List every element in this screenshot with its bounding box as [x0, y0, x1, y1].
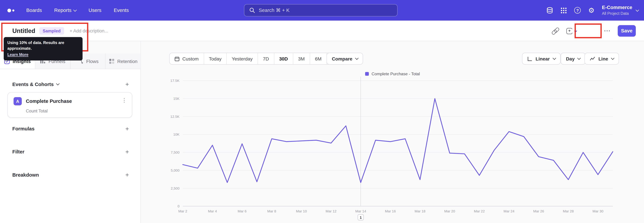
events-cohorts-label: Events & Cohorts	[12, 81, 54, 87]
svg-text:17.5K: 17.5K	[170, 79, 180, 82]
svg-text:Mar 26: Mar 26	[533, 209, 544, 213]
report-header-actions: + ⋯ Save	[552, 21, 636, 41]
svg-text:Mar 28: Mar 28	[563, 209, 574, 213]
sampling-tooltip-message: Using 10% of data. Results are approxima…	[8, 40, 64, 51]
settings-gear-icon[interactable]: ⚙	[588, 7, 594, 14]
nav-boards[interactable]: Boards	[26, 8, 42, 13]
nav-reports-label: Reports	[54, 8, 72, 13]
svg-text:0: 0	[178, 204, 180, 208]
report-title[interactable]: Untitled	[12, 27, 35, 34]
sampled-badge[interactable]: Sampled	[40, 27, 64, 34]
logo-dot	[8, 9, 11, 12]
formulas-label: Formulas	[12, 126, 34, 131]
project-name: All Project Data	[602, 11, 632, 16]
svg-text:15K: 15K	[173, 97, 180, 100]
sampling-toggle-knob	[572, 27, 579, 35]
svg-text:Mar 22: Mar 22	[474, 209, 485, 213]
tab-retention-label: Retention	[117, 59, 138, 64]
nav-events[interactable]: Events	[114, 8, 129, 13]
svg-text:Mar 14: Mar 14	[355, 209, 366, 213]
insights-line-chart[interactable]: 02,5005,0007,50010K12.5K15K17.5KMar 2Mar…	[141, 41, 644, 223]
svg-text:Mar 10: Mar 10	[296, 209, 307, 213]
chart-panel: Custom Today Yesterday 7D 30D 3M 6M 12M …	[141, 41, 644, 223]
learn-more-link[interactable]: Learn More	[8, 52, 28, 57]
nav-reports[interactable]: Reports	[54, 8, 76, 13]
search-placeholder: Search ⌘ + K	[259, 8, 290, 13]
lightning-bolt-icon	[574, 29, 577, 33]
project-switcher[interactable]: E-Commerce All Project Data	[602, 5, 638, 16]
data-management-icon[interactable]	[546, 7, 554, 14]
svg-text:7,500: 7,500	[171, 150, 180, 154]
svg-text:Mar 2: Mar 2	[178, 209, 187, 213]
svg-text:10K: 10K	[173, 133, 180, 136]
sampling-tooltip: Using 10% of data. Results are approxima…	[4, 37, 82, 60]
add-description-placeholder[interactable]: + Add description...	[70, 28, 108, 33]
retention-icon	[109, 58, 114, 64]
top-navigation-bar: Boards Reports Users Events Search ⌘ + K	[0, 0, 644, 21]
more-options-icon[interactable]: ⋯	[604, 28, 610, 34]
org-name: E-Commerce	[602, 5, 632, 11]
svg-text:12.5K: 12.5K	[170, 115, 180, 119]
svg-text:Mar 20: Mar 20	[444, 209, 455, 213]
svg-text:2,500: 2,500	[171, 186, 180, 190]
apps-grid-icon[interactable]	[561, 7, 567, 14]
search-icon	[250, 8, 255, 13]
event-avatar: A	[14, 97, 22, 105]
chevron-down-icon	[74, 8, 77, 11]
app: Boards Reports Users Events Search ⌘ + K	[0, 0, 644, 223]
annotation-badge-label: 1	[360, 215, 362, 220]
add-filter-button[interactable]: +	[126, 149, 129, 155]
tab-flows-label: Flows	[86, 59, 98, 64]
breakdown-label: Breakdown	[12, 172, 39, 177]
svg-text:Mar 18: Mar 18	[414, 209, 426, 213]
svg-text:Mar 16: Mar 16	[385, 209, 396, 213]
event-name: Complete Purchase	[26, 98, 72, 104]
svg-text:Mar 4: Mar 4	[208, 209, 217, 213]
filter-label: Filter	[12, 149, 24, 154]
svg-text:Mar 30: Mar 30	[592, 209, 604, 213]
add-event-button[interactable]: +	[126, 81, 129, 87]
event-options-kebab-icon[interactable]: ⋮	[122, 97, 127, 103]
event-card[interactable]: A Complete Purchase ⋮ Count Total	[8, 92, 132, 118]
breakdown-row: Breakdown +	[12, 172, 129, 178]
svg-text:5,000: 5,000	[171, 168, 180, 172]
report-header: Untitled Sampled + Add description... + …	[0, 21, 644, 41]
mixpanel-logo[interactable]	[8, 9, 19, 12]
project-info: E-Commerce All Project Data	[602, 5, 632, 16]
formulas-row: Formulas +	[12, 126, 129, 132]
copy-link-icon[interactable]	[552, 27, 559, 35]
nav-users[interactable]: Users	[88, 8, 102, 13]
svg-text:Mar 8: Mar 8	[267, 209, 276, 213]
events-cohorts-row: Events & Cohorts +	[12, 81, 129, 87]
help-icon[interactable]: ?	[574, 7, 581, 14]
svg-text:Mar 24: Mar 24	[504, 209, 514, 213]
save-button[interactable]: Save	[618, 25, 636, 37]
sampling-toggle-wrap	[580, 26, 596, 36]
chevron-down-icon	[636, 8, 639, 11]
logo-dot	[12, 9, 14, 11]
event-aggregation[interactable]: Count Total	[26, 108, 48, 113]
tab-retention[interactable]: Retention	[106, 53, 140, 69]
events-cohorts-header[interactable]: Events & Cohorts	[12, 81, 59, 87]
event-card-main: A Complete Purchase	[14, 97, 72, 105]
filter-row: Filter +	[12, 149, 129, 155]
add-breakdown-button[interactable]: +	[126, 172, 129, 178]
topbar-right-cluster: ? ⚙ E-Commerce All Project Data	[546, 0, 638, 21]
svg-text:Mar 6: Mar 6	[238, 209, 246, 213]
svg-text:Mar 12: Mar 12	[326, 209, 336, 213]
primary-nav: Boards Reports Users Events	[26, 8, 129, 13]
search-input[interactable]: Search ⌘ + K	[244, 4, 398, 16]
series-line[interactable]	[183, 99, 613, 182]
query-builder-sidebar: Insights Funnels Flows Re	[0, 41, 141, 223]
chevron-down-icon	[56, 82, 59, 85]
add-formula-button[interactable]: +	[126, 126, 129, 132]
